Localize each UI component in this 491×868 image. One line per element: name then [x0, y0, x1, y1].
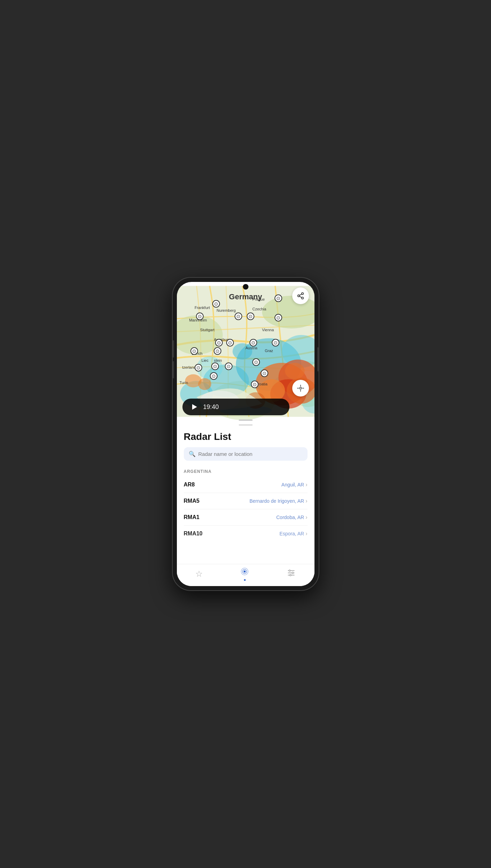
svg-point-36 — [289, 570, 290, 571]
radar-marker-12[interactable] — [211, 362, 219, 370]
radar-marker-6[interactable] — [226, 339, 234, 347]
share-icon — [297, 292, 304, 300]
chevron-icon-ar8: › — [305, 482, 307, 488]
radar-code-rma5: RMA5 — [184, 498, 199, 504]
radar-code-rma10: RMA10 — [184, 531, 203, 537]
power-button[interactable] — [317, 347, 319, 372]
radar-marker-18[interactable] — [275, 314, 282, 322]
radar-item-rma5[interactable]: RMA5 Bernardo de Irigoyen, AR › — [184, 493, 308, 509]
chevron-icon-rma10: › — [305, 531, 307, 537]
search-input[interactable] — [198, 451, 303, 457]
playback-bar: 19:40 — [182, 399, 289, 415]
map-region-label: Germany — [229, 292, 262, 301]
map-drag-handle[interactable] — [239, 419, 253, 421]
playback-time: 19:40 — [203, 403, 219, 411]
svg-point-37 — [292, 572, 293, 573]
radar-code-rma1: RMA1 — [184, 514, 199, 520]
section-header-argentina: ARGENTINA — [184, 468, 308, 474]
radar-marker-11[interactable] — [195, 364, 202, 372]
svg-line-27 — [299, 296, 301, 298]
location-button[interactable] — [292, 380, 309, 397]
play-icon — [192, 404, 197, 410]
star-icon: ☆ — [195, 569, 203, 579]
share-button[interactable] — [292, 287, 309, 304]
svg-point-29 — [300, 387, 302, 389]
radar-list-title: Radar List — [184, 431, 308, 442]
radar-nav-icon — [240, 567, 249, 578]
chevron-icon-rma5: › — [305, 498, 307, 504]
search-bar[interactable]: 🔍 — [184, 447, 308, 461]
crosshair-icon — [297, 384, 304, 392]
svg-point-21 — [198, 378, 211, 390]
phone-inner: Frankfurt Mannheim Nuremberg Stuttgart A… — [177, 282, 314, 586]
radar-marker-16[interactable] — [261, 369, 268, 377]
radar-location-rma1: Cordoba, AR › — [276, 514, 308, 520]
nav-item-settings[interactable] — [280, 567, 303, 581]
radar-marker-9[interactable] — [272, 339, 279, 347]
settings-icon — [287, 568, 296, 579]
radar-location-rma5: Bernardo de Irigoyen, AR › — [249, 498, 308, 504]
radar-marker-10[interactable] — [190, 347, 198, 355]
nav-item-radar[interactable] — [233, 565, 256, 582]
radar-marker-19[interactable] — [275, 294, 282, 302]
nav-active-dot — [244, 579, 246, 581]
search-icon: 🔍 — [189, 451, 196, 457]
sheet-content: Radar List 🔍 ARGENTINA AR8 Anguil, AR › — [177, 426, 314, 564]
radar-item-rma1[interactable]: RMA1 Cordoba, AR › — [184, 509, 308, 526]
radar-marker-14[interactable] — [210, 372, 218, 380]
svg-point-38 — [290, 574, 291, 576]
svg-line-28 — [299, 294, 301, 295]
radar-location-ar8: Anguil, AR › — [281, 482, 308, 488]
svg-point-19 — [285, 363, 305, 379]
bottom-nav: ☆ — [177, 564, 314, 586]
svg-point-30 — [244, 570, 246, 573]
radar-marker-3[interactable] — [235, 312, 242, 320]
radar-item-ar8[interactable]: AR8 Anguil, AR › — [184, 477, 308, 493]
volume-up-button[interactable] — [173, 340, 174, 358]
nav-item-favorites[interactable]: ☆ — [188, 568, 210, 580]
radar-marker-13[interactable] — [225, 362, 232, 370]
camera-notch — [243, 284, 248, 290]
map-section: Frankfurt Mannheim Nuremberg Stuttgart A… — [177, 282, 314, 421]
radar-code-ar8: AR8 — [184, 482, 195, 488]
chevron-icon-rma1: › — [305, 514, 307, 520]
radar-marker-2[interactable] — [196, 312, 204, 320]
phone-frame: Frankfurt Mannheim Nuremberg Stuttgart A… — [173, 278, 319, 590]
play-button[interactable] — [189, 402, 199, 412]
volume-down-button[interactable] — [173, 361, 174, 378]
radar-location-rma10: Espora, AR › — [279, 531, 307, 537]
radar-item-rma10[interactable]: RMA10 Espora, AR › — [184, 526, 308, 542]
svg-point-13 — [232, 343, 252, 359]
bottom-sheet: Radar List 🔍 ARGENTINA AR8 Anguil, AR › — [177, 421, 314, 586]
